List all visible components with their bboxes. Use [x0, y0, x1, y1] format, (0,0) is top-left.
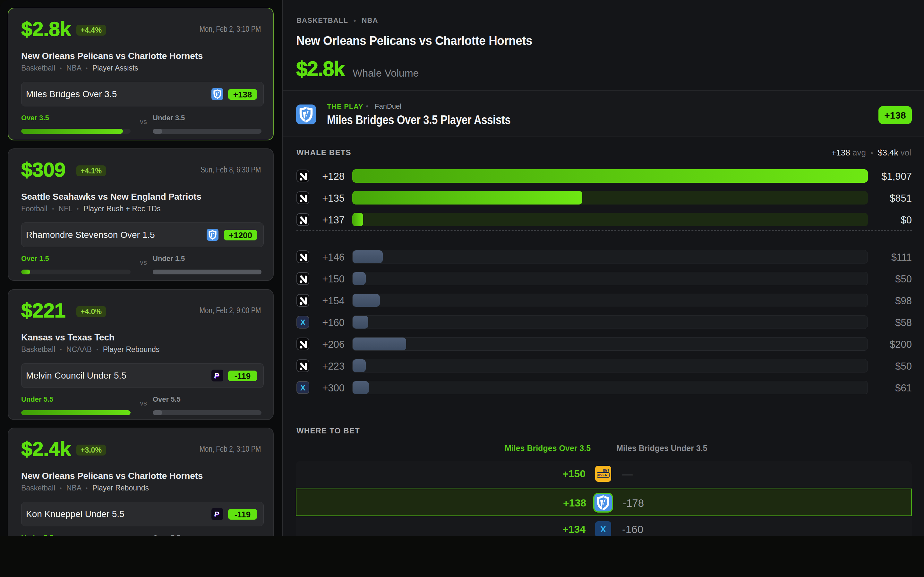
svg-text:X: X [300, 384, 305, 392]
svg-text:X: X [600, 524, 606, 534]
svg-text:X: X [300, 318, 305, 327]
svg-text:BET: BET [603, 469, 609, 472]
svg-text:P: P [214, 510, 220, 518]
svg-text:RIVERS: RIVERS [597, 473, 610, 477]
svg-text:P: P [214, 371, 220, 380]
